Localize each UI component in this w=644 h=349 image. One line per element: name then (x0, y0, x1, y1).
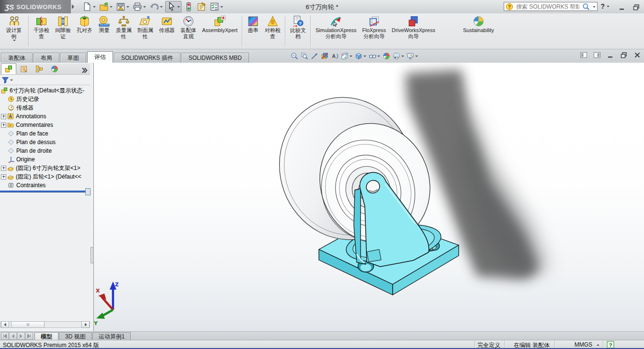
tree-item-plan-de-dessus[interactable]: Plan de dessus (0, 138, 90, 146)
sustainability-button[interactable]: Sustainability (460, 13, 497, 49)
apply-scene-caret-icon[interactable] (401, 56, 404, 58)
interference-check-button[interactable]: 干涉检查 (31, 13, 52, 49)
view-orientation-caret-icon[interactable] (350, 56, 352, 58)
tab-3d-views[interactable]: 3D 视图 (59, 332, 92, 340)
view-settings-button[interactable] (406, 52, 418, 60)
more-tabs-chevron-icon[interactable] (80, 67, 88, 74)
scrollbar-thumb[interactable] (11, 321, 45, 328)
units-selector[interactable]: MMGS (575, 341, 592, 348)
assembly-visualization-button[interactable]: 装配体直观 (178, 13, 199, 49)
tree-item-plan-de-droite[interactable]: Plan de droite (0, 146, 90, 155)
panel-splitter-handle[interactable] (90, 247, 94, 263)
rollback-bar[interactable] (0, 191, 90, 192)
open-caret-icon[interactable] (110, 6, 113, 9)
previous-study-icon[interactable] (9, 332, 17, 340)
clearance-verification-button[interactable]: 间隙验证 (52, 13, 74, 49)
select-tool-button[interactable] (165, 1, 181, 12)
next-study-icon[interactable] (17, 332, 25, 340)
expand-icon[interactable] (1, 114, 6, 119)
hole-alignment-button[interactable]: 孔对齐 (74, 13, 95, 49)
tab-assembly[interactable]: 装配体 (1, 53, 33, 63)
save-caret-icon[interactable] (126, 6, 129, 9)
last-study-icon[interactable] (25, 332, 33, 340)
tree-item-wheel-component[interactable]: (固定) 后轮<1> (Défaut<< (0, 172, 90, 181)
compare-documents-button[interactable]: 比较文档 (287, 13, 309, 49)
edit-appearance-button[interactable] (382, 52, 391, 60)
file-properties-button[interactable] (196, 1, 207, 12)
rollback-bar-handle[interactable] (85, 188, 90, 195)
help-caret-icon[interactable] (607, 6, 610, 9)
select-caret-icon[interactable] (177, 6, 180, 9)
magnified-selection-button[interactable] (310, 52, 319, 60)
tab-sketch[interactable]: 草图 (60, 53, 86, 63)
scroll-left-icon[interactable] (1, 321, 9, 328)
new-caret-icon[interactable] (93, 6, 96, 9)
minimize-document-icon[interactable] (607, 51, 614, 59)
print-caret-icon[interactable] (143, 6, 146, 9)
tab-layout[interactable]: 布局 (34, 53, 59, 63)
help-menu[interactable]: ? (600, 2, 610, 10)
collapse-left-pane-icon[interactable] (580, 51, 588, 59)
floxpress-button[interactable]: FloXpress分析向导 (360, 13, 389, 49)
new-document-button[interactable] (81, 1, 97, 12)
undo-caret-icon[interactable] (160, 6, 163, 9)
measure-button[interactable]: 测量 (95, 13, 113, 49)
tree-item-commentaires[interactable]: Commentaires (0, 121, 90, 129)
graphics-viewport[interactable]: Z X Y (94, 63, 644, 331)
first-study-icon[interactable] (1, 332, 9, 340)
tree-item-history[interactable]: 历史记录 (0, 95, 90, 103)
view-settings-caret-icon[interactable] (415, 56, 418, 58)
tree-root-assembly[interactable]: 6寸万向轮 (Défaut<显示状态- (0, 86, 90, 95)
zoom-to-area-button[interactable] (300, 52, 309, 60)
tab-solidworks-mbd[interactable]: SOLIDWORKS MBD (181, 53, 249, 63)
print-button[interactable] (132, 1, 147, 12)
section-view-button[interactable] (320, 52, 329, 60)
rebuild-button[interactable] (183, 1, 194, 12)
tab-model[interactable]: 模型 (34, 332, 58, 340)
mass-properties-button[interactable]: 质量属性 (113, 13, 135, 49)
display-style-button[interactable] (354, 52, 367, 60)
tree-item-annotations[interactable]: Annotations (0, 112, 90, 121)
section-properties-button[interactable]: 剖面属性 (135, 13, 156, 49)
options-caret-icon[interactable] (220, 6, 223, 9)
display-manager-tab[interactable] (47, 63, 62, 74)
expand-icon[interactable] (1, 166, 6, 171)
menu-flyout-icon[interactable] (72, 4, 77, 9)
filter-caret-icon[interactable] (10, 79, 13, 82)
tree-item-contraintes[interactable]: Contraintes (0, 181, 90, 190)
dynamic-annotation-views-button[interactable] (330, 52, 339, 60)
scroll-right-icon[interactable] (81, 321, 90, 328)
minimize-window-icon[interactable] (618, 3, 626, 11)
help-icon[interactable]: ? (600, 2, 605, 10)
filter-funnel-icon[interactable] (1, 76, 9, 84)
sensor-button[interactable]: 传感器 (156, 13, 178, 49)
design-study-button[interactable]: 设计算 例 (1, 13, 27, 49)
tree-item-bracket-component[interactable]: (固定) 6寸万向轮支架<1> (0, 164, 90, 172)
units-caret-icon[interactable] (597, 343, 599, 346)
tab-motion-study-1[interactable]: 运动算例1 (92, 332, 131, 340)
tab-evaluate[interactable]: 评估 (87, 51, 113, 63)
hide-show-items-button[interactable] (368, 52, 381, 60)
zoom-to-fit-button[interactable] (290, 52, 299, 60)
close-document-icon[interactable] (633, 51, 641, 59)
caster-wheel-model[interactable]: Z X Y (94, 63, 644, 331)
symmetry-check-button[interactable]: 对称检查 (262, 13, 283, 49)
open-button[interactable] (98, 1, 113, 12)
view-orientation-button[interactable] (340, 52, 353, 60)
save-button[interactable] (115, 1, 130, 12)
tab-solidworks-addins[interactable]: SOLIDWORKS 插件 (114, 53, 181, 63)
restore-window-icon[interactable] (633, 3, 640, 11)
apply-scene-button[interactable] (392, 52, 405, 60)
undo-button[interactable] (148, 1, 164, 12)
quick-tips-icon[interactable] (607, 341, 614, 349)
design-study-caret-icon[interactable] (13, 40, 16, 43)
display-style-caret-icon[interactable] (363, 56, 366, 58)
search-input[interactable] (515, 3, 580, 11)
hide-show-caret-icon[interactable] (377, 56, 380, 58)
tree-item-sensors[interactable]: 传感器 (0, 103, 90, 112)
property-manager-tab[interactable] (16, 63, 32, 74)
options-button[interactable] (209, 1, 224, 12)
feature-tree-tab[interactable] (1, 63, 16, 74)
driveworksxpress-button[interactable]: DriveWorksXpress向导 (389, 13, 438, 49)
simulationxpress-button[interactable]: SimulationXpress分析向导 (313, 13, 360, 49)
